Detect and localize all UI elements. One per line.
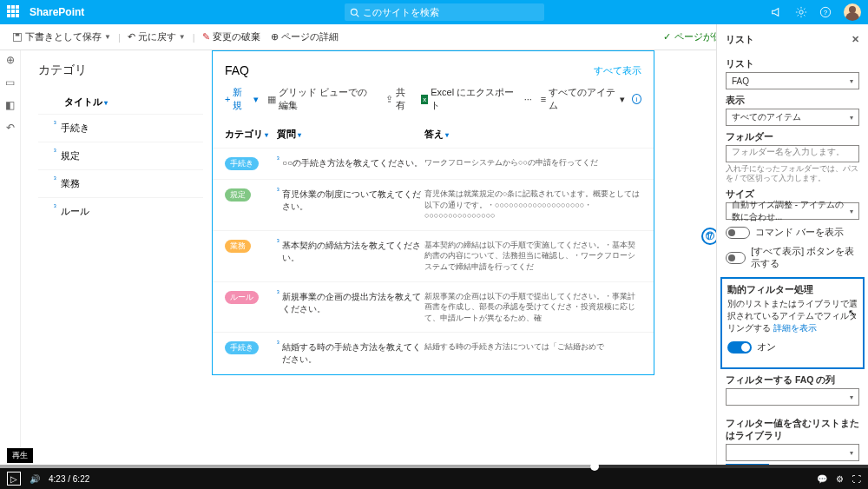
label-view: 表示: [726, 95, 859, 107]
svg-rect-6: [16, 33, 20, 36]
view-selector[interactable]: ≡ すべてのアイテム ▾: [541, 86, 625, 112]
faq-row[interactable]: 手続き結婚する時の手続き方法を教えてください。結婚する時の手続き方法については「…: [213, 332, 654, 374]
folder-input[interactable]: フォルダー名を入力します。: [726, 145, 859, 162]
save-draft-button[interactable]: 下書きとして保存▼: [9, 30, 115, 43]
category-col-header[interactable]: タイトル▾: [38, 90, 203, 114]
svg-point-2: [799, 10, 803, 14]
category-row[interactable]: 手続き: [38, 114, 203, 142]
view-select[interactable]: すべてのアイテム▾: [726, 109, 859, 126]
answer-cell: 結婚する時の手続き方法については「ご結婚おめで: [424, 341, 641, 366]
svg-point-0: [352, 9, 358, 15]
folder-hint: 入れ子になったフォルダーでは、パスを / で区切って入力します。: [726, 164, 859, 183]
category-pill: ルール: [225, 291, 259, 304]
svg-text:?: ?: [824, 9, 828, 17]
dynamic-filter-section: 動的フィルター処理 別のリストまたはライブラリで選択されているアイテムでフィルタ…: [720, 277, 865, 369]
video-progress[interactable]: [0, 465, 868, 468]
col-question[interactable]: 質問▾: [277, 128, 424, 141]
megaphone-icon[interactable]: [771, 6, 783, 18]
page-details-button[interactable]: ⊕ページの詳細: [267, 30, 342, 43]
label-folder: フォルダー: [726, 131, 859, 143]
faq-row[interactable]: 手続き○○の手続き方法を教えてください。ワークフローシステムから○○の申請を行っ…: [213, 148, 654, 179]
video-controls: ▷ 🔊 4:23 / 6:22 💬 ⚙ ⛶: [0, 465, 868, 489]
category-pill: 業務: [225, 240, 251, 253]
toggle-commandbar[interactable]: [726, 227, 750, 239]
filter-src-select[interactable]: ▾: [726, 444, 859, 461]
answer-cell: 基本契約の締結は以下の手順で実施してください。・基本契約書の内容について、法務担…: [424, 240, 641, 273]
see-all-link[interactable]: すべて表示: [594, 64, 641, 77]
help-icon[interactable]: ?: [819, 6, 832, 18]
label-list: リスト: [726, 58, 859, 70]
new-button[interactable]: + 新規▾: [225, 86, 259, 112]
rail-section-icon[interactable]: ▭: [5, 76, 15, 89]
category-pill: 手続き: [225, 341, 259, 354]
filter-col-select[interactable]: ▾: [726, 388, 859, 406]
left-toolbox-rail: ⊕ ▭ ◧ ↶: [0, 50, 21, 450]
search-box[interactable]: このサイトを検索: [345, 3, 544, 21]
user-avatar[interactable]: [844, 3, 861, 21]
rail-layout-icon[interactable]: ◧: [5, 99, 15, 111]
category-row[interactable]: 業務: [38, 169, 203, 197]
label-filter-src: フィルター値を含むリストまたはライブラリ: [726, 418, 859, 442]
size-select[interactable]: 自動サイズ調整 - アイテムの数に合わせ...▾: [726, 202, 859, 220]
undo-button[interactable]: ↶元に戻す▼: [124, 30, 189, 43]
answer-cell: 育児休業は就業規定の○条に記載されています。概要としては以下の通りです。・○○○…: [424, 188, 641, 221]
app-launcher-icon[interactable]: [7, 5, 21, 19]
grid-edit-button[interactable]: ▦グリッド ビューでの編集: [267, 86, 377, 112]
share-button[interactable]: ⇪共有: [385, 86, 412, 112]
question-cell: 育児休業の制度について教えてください。: [277, 188, 424, 221]
question-cell: 新規事業の企画の提出方法を教えてください。: [277, 291, 424, 324]
excel-export-button[interactable]: xExcel にエクスポート: [421, 86, 515, 112]
close-icon[interactable]: ✕: [852, 34, 859, 45]
cc-icon[interactable]: 💬: [817, 474, 827, 484]
faq-command-bar: + 新規▾ ▦グリッド ビューでの編集 ⇪共有 xExcel にエクスポート ·…: [213, 83, 654, 121]
more-button[interactable]: ···: [524, 94, 532, 104]
toggle-seeall[interactable]: [726, 252, 746, 264]
category-row[interactable]: 規定: [38, 142, 203, 169]
faq-row[interactable]: 業務基本契約の締結方法を教えてください。基本契約の締結は以下の手順で実施してくだ…: [213, 230, 654, 281]
answer-cell: 新規事業の企画は以下の手順で提出してください。・事業計画書を作成し、部長の承認を…: [424, 291, 641, 324]
fullscreen-icon[interactable]: ⛶: [852, 474, 861, 484]
video-time: 4:23 / 6:22: [49, 474, 89, 484]
settings-icon[interactable]: [795, 6, 807, 18]
question-cell: 基本契約の締結方法を教えてください。: [277, 240, 424, 273]
category-pill: 手続き: [225, 157, 259, 170]
toggle-dynamic-filter[interactable]: [727, 341, 752, 354]
answer-cell: ワークフローシステムから○○の申請を行ってくだ: [424, 157, 641, 170]
rail-undo-icon[interactable]: ↶: [6, 122, 15, 134]
category-title: カテゴリ: [38, 59, 203, 90]
faq-row[interactable]: ルール新規事業の企画の提出方法を教えてください。新規事業の企画は以下の手順で提出…: [213, 281, 654, 333]
property-pane: リスト✕ リスト FAQ▾ 表示 すべてのアイテム▾ フォルダー フォルダー名を…: [716, 24, 868, 489]
category-pill: 規定: [225, 188, 251, 202]
col-category[interactable]: カテゴリ▾: [225, 128, 277, 141]
discard-button[interactable]: ✎変更の破棄: [199, 30, 264, 43]
search-placeholder: このサイトを検索: [363, 6, 439, 19]
video-settings-icon[interactable]: ⚙: [836, 474, 844, 484]
mouse-cursor: ↖: [848, 307, 856, 319]
svg-line-1: [357, 14, 359, 17]
play-button[interactable]: ▷: [7, 472, 21, 486]
faq-column-headers: カテゴリ▾ 質問▾ 答え▾: [213, 121, 654, 148]
replay-label: 再生: [7, 448, 33, 463]
search-icon: [350, 8, 359, 17]
info-icon[interactable]: i: [632, 94, 641, 104]
save-icon: [12, 32, 23, 43]
question-cell: 結婚する時の手続き方法を教えてください。: [277, 341, 424, 366]
faq-title: FAQ: [225, 63, 249, 77]
app-title: SharePoint: [30, 6, 84, 18]
label-filter-col: フィルターする FAQ の列: [726, 374, 859, 387]
question-cell: ○○の手続き方法を教えてください。: [277, 157, 424, 170]
faq-row[interactable]: 規定育児休業の制度について教えてください。育児休業は就業規定の○条に記載されてい…: [213, 179, 654, 230]
category-row[interactable]: ルール: [38, 197, 203, 225]
learn-more-link[interactable]: 詳細を表示: [773, 323, 817, 333]
dyn-title: 動的フィルター処理: [727, 284, 858, 296]
page-canvas: + カテゴリ タイトル▾ 手続き 規定 業務 ルール ✥ ✎ ❐ 🗑 FAQ す…: [21, 50, 716, 465]
rail-add-icon[interactable]: ⊕: [6, 54, 15, 66]
volume-icon[interactable]: 🔊: [30, 474, 40, 484]
category-webpart: カテゴリ タイトル▾ 手続き 規定 業務 ルール: [38, 59, 203, 225]
pane-title: リスト: [726, 33, 754, 46]
list-select[interactable]: FAQ▾: [726, 72, 859, 89]
suite-bar: SharePoint このサイトを検索 ?: [0, 0, 868, 24]
col-answer[interactable]: 答え▾: [424, 128, 641, 141]
faq-webpart[interactable]: ✥ ✎ ❐ 🗑 FAQ すべて表示 + 新規▾ ▦グリッド ビューでの編集 ⇪共…: [212, 50, 654, 375]
